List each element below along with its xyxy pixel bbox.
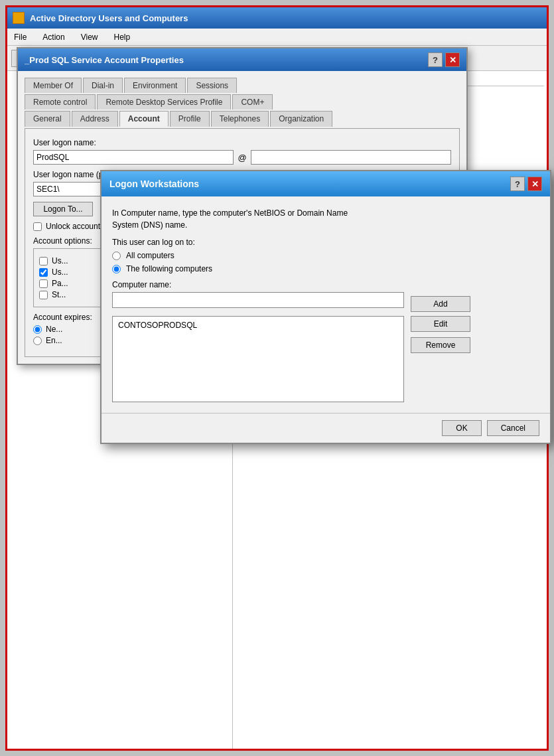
- menu-action[interactable]: Action: [38, 31, 68, 43]
- expires-end-label: En...: [46, 336, 62, 345]
- menu-help[interactable]: Help: [110, 31, 135, 43]
- tab-telephones[interactable]: Telephones: [211, 111, 269, 127]
- tab-member-of[interactable]: Member Of: [25, 78, 82, 93]
- edit-remove-buttons: Edit Remove: [411, 316, 470, 353]
- logon-info-line2: System (DNS) name.: [112, 220, 187, 230]
- unlock-label: Unlock account: [46, 222, 100, 231]
- add-button-col: Add: [411, 296, 470, 312]
- expires-never-radio[interactable]: [33, 325, 42, 334]
- tab-organization[interactable]: Organization: [270, 111, 332, 127]
- logon-name-at: @: [238, 153, 246, 163]
- tab-com-plus[interactable]: COM+: [232, 94, 273, 110]
- tab-dial-in[interactable]: Dial-in: [83, 78, 123, 93]
- account-option-0[interactable]: [39, 257, 48, 265]
- logon-name-input[interactable]: [33, 150, 234, 165]
- computer-list[interactable]: CONTOSOPRODSQL: [112, 316, 404, 402]
- logon-close-button[interactable]: ✕: [527, 177, 542, 191]
- properties-dialog-titlebar: _Prod SQL Service Account Properties ? ✕: [18, 48, 466, 71]
- account-option-3[interactable]: [39, 291, 48, 299]
- tab-profile[interactable]: Profile: [170, 111, 210, 127]
- logon-info-line1: In Computer name, type the computer's Ne…: [112, 208, 348, 218]
- tab-environment[interactable]: Environment: [124, 78, 186, 93]
- radio-all-computers-row: All computers: [112, 251, 539, 260]
- title-bar: Active Directory Users and Computers: [7, 7, 547, 29]
- menu-file[interactable]: File: [10, 31, 31, 43]
- menu-view[interactable]: View: [77, 31, 102, 43]
- radio-following-computers-row: The following computers: [112, 264, 539, 273]
- logon-name-row: @: [33, 150, 451, 165]
- tab-row-3: General Address Account Profile Telephon…: [25, 111, 460, 127]
- tab-general[interactable]: General: [25, 111, 70, 127]
- logon-dialog-title-text: Logon Workstations: [109, 179, 199, 189]
- add-computer-button[interactable]: Add: [411, 296, 470, 312]
- account-option-label-1: Us...: [52, 267, 68, 277]
- logon-help-button[interactable]: ?: [510, 177, 525, 191]
- computer-name-input-row: Add: [112, 292, 539, 312]
- logon-radio-group: This user can log on to: All computers T…: [112, 238, 539, 273]
- remove-computer-button[interactable]: Remove: [411, 337, 470, 353]
- account-option-label-3: St...: [52, 290, 66, 299]
- logon-info-text: In Computer name, type the computer's Ne…: [112, 207, 539, 231]
- logon-dialog-footer: OK Cancel: [102, 413, 550, 443]
- expires-never-label: Ne...: [46, 325, 62, 334]
- logon-user-label: This user can log on to:: [112, 238, 539, 247]
- unlock-checkbox[interactable]: [33, 222, 42, 231]
- computer-list-row: CONTOSOPRODSQL Edit Remove: [112, 312, 539, 402]
- radio-following-label: The following computers: [126, 264, 212, 273]
- radio-all-label: All computers: [126, 251, 174, 260]
- computer-name-label: Computer name:: [112, 280, 539, 289]
- dialog-title-controls: ? ✕: [428, 52, 460, 67]
- tab-rdp-profile[interactable]: Remote Desktop Services Profile: [97, 94, 231, 110]
- tab-account[interactable]: Account: [119, 111, 169, 127]
- radio-all-computers[interactable]: [112, 252, 121, 260]
- tab-sessions[interactable]: Sessions: [187, 78, 237, 93]
- menu-bar: File Action View Help: [7, 29, 547, 46]
- app-icon: [13, 12, 25, 24]
- properties-help-button[interactable]: ?: [428, 52, 443, 67]
- logon-dialog-controls: ? ✕: [510, 177, 542, 191]
- logon-cancel-button[interactable]: Cancel: [487, 420, 539, 436]
- properties-dialog-title: _Prod SQL Service Account Properties: [25, 55, 184, 65]
- computer-name-input[interactable]: [112, 292, 404, 308]
- logon-to-button[interactable]: Logon To...: [33, 202, 93, 216]
- logon-domain-input[interactable]: [251, 150, 451, 165]
- edit-computer-button[interactable]: Edit: [411, 316, 470, 332]
- tab-row-2: Remote control Remote Desktop Services P…: [25, 94, 460, 110]
- logon-dialog-titlebar: Logon Workstations ? ✕: [102, 171, 550, 196]
- logon-workstations-dialog: Logon Workstations ? ✕ In Computer name,…: [100, 170, 551, 444]
- radio-following-computers[interactable]: [112, 265, 121, 273]
- properties-close-button[interactable]: ✕: [445, 52, 460, 67]
- logon-name-label: User logon name:: [33, 138, 451, 147]
- list-item-contoso[interactable]: CONTOSOPRODSQL: [115, 319, 401, 331]
- account-option-1[interactable]: [39, 268, 48, 277]
- logon-dialog-body: In Computer name, type the computer's Ne…: [102, 196, 550, 413]
- tab-remote-control[interactable]: Remote control: [25, 94, 96, 110]
- tab-address[interactable]: Address: [72, 111, 118, 127]
- account-option-2[interactable]: [39, 279, 48, 288]
- logon-ok-button[interactable]: OK: [442, 420, 481, 436]
- account-option-label-0: Us...: [52, 256, 68, 265]
- expires-end-radio[interactable]: [33, 337, 42, 345]
- app-title: Active Directory Users and Computers: [30, 13, 188, 23]
- account-option-label-2: Pa...: [52, 279, 68, 288]
- tab-row-1: Member Of Dial-in Environment Sessions: [25, 78, 460, 93]
